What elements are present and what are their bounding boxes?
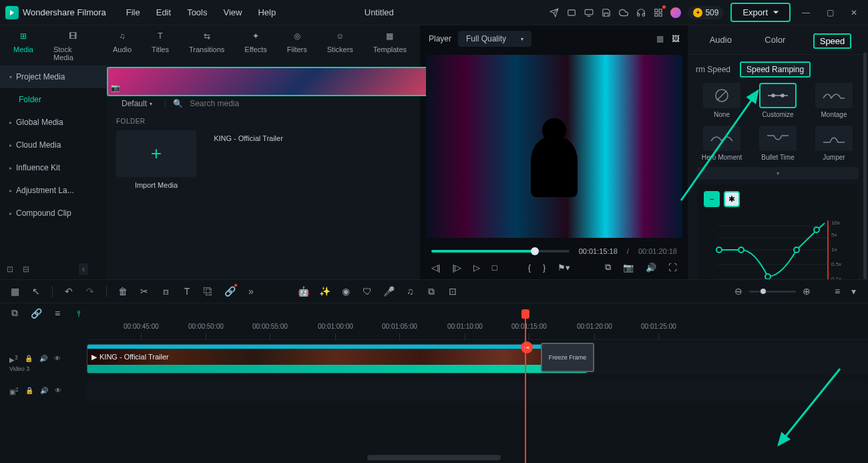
import-media-thumb[interactable]: + Import Media (116, 130, 196, 189)
snapshot-icon[interactable]: 📷 (623, 263, 634, 273)
tab-stickers[interactable]: ☺Stickers (327, 29, 353, 61)
video-preview[interactable] (426, 55, 682, 238)
playhead[interactable] (525, 309, 526, 463)
tl-apps-icon[interactable]: ▦ (9, 286, 20, 297)
mark-out-icon[interactable]: } (543, 263, 546, 273)
apps-icon[interactable] (653, 7, 664, 18)
tl-sub4-icon[interactable]: ⫯ (73, 308, 84, 319)
text-icon[interactable]: T (182, 286, 192, 297)
marker-icon[interactable]: ⚑▾ (558, 263, 570, 273)
sidebar-compound-clip[interactable]: ▸Compound Clip (0, 202, 107, 224)
tab-transitions[interactable]: ⇆Transitions (189, 29, 224, 61)
tab-effects[interactable]: ✦Effects (244, 29, 266, 61)
lock-2-icon[interactable]: 🔒 (25, 387, 33, 394)
sidebar-project-media[interactable]: ▾Project Media (0, 65, 107, 88)
link-icon[interactable]: 🔗 (224, 286, 235, 297)
mute-2-icon[interactable]: 🔊 (40, 387, 48, 394)
menu-file[interactable]: File (126, 7, 140, 17)
enhance-icon[interactable]: ◉ (341, 286, 351, 297)
minimize-button[interactable]: — (801, 8, 811, 17)
preset-customize[interactable]: Customize (753, 83, 803, 119)
stack-icon[interactable]: ⧉ (426, 286, 437, 297)
grid-view-icon[interactable]: ▦ (656, 34, 664, 43)
tab-templates[interactable]: ▦Templates (373, 29, 407, 61)
expand-presets[interactable]: ▾ (697, 167, 859, 179)
collapse-sidebar-icon[interactable]: ‹ (79, 263, 88, 275)
preset-jumper[interactable]: Jumper (809, 126, 859, 162)
mark-in-icon[interactable]: { (528, 263, 531, 273)
tab-audio[interactable]: ♫Audio (113, 29, 132, 61)
maximize-button[interactable]: ▢ (825, 8, 835, 17)
sidebar-influence-kit[interactable]: ▸Influence Kit (0, 156, 107, 179)
video-track-2-icon[interactable]: ▣2 (9, 386, 19, 396)
scrub-bar[interactable] (431, 250, 570, 253)
speed-graph[interactable]: 10x 5x 1x 0.5x 0.1x (704, 212, 852, 286)
compare-icon[interactable]: ⧉ (605, 262, 611, 273)
picture-icon[interactable]: 🖼 (672, 34, 680, 43)
copy-icon[interactable]: ⿻ (203, 286, 214, 297)
delete-icon[interactable]: 🗑 (118, 286, 128, 297)
tab-speed-prop[interactable]: Speed (813, 33, 852, 49)
zoom-out-icon[interactable]: ⊖ (733, 286, 744, 297)
preset-montage[interactable]: Montage (809, 83, 859, 119)
visibility-2-icon[interactable]: 👁 (55, 387, 61, 394)
headphones-icon[interactable] (636, 7, 646, 18)
close-button[interactable]: ✕ (849, 8, 859, 17)
scrub-handle[interactable] (531, 247, 539, 255)
crop-icon[interactable]: ⧈ (160, 286, 171, 297)
cut-icon[interactable]: ✂ (139, 286, 150, 297)
tl-sub3-icon[interactable]: ≡ (52, 308, 63, 319)
play-icon[interactable]: ▷ (473, 263, 480, 273)
redo-icon[interactable]: ↷ (85, 286, 95, 297)
export-button[interactable]: Export (730, 3, 791, 22)
fullscreen-icon[interactable]: ⛶ (668, 263, 677, 273)
stop-icon[interactable]: □ (492, 263, 497, 273)
zoom-handle[interactable] (761, 289, 766, 294)
visibility-icon[interactable]: 👁 (54, 355, 61, 362)
split-marker-icon[interactable]: ✂ (521, 341, 533, 353)
send-icon[interactable] (549, 7, 560, 18)
new-bin-icon[interactable]: ⊟ (23, 265, 29, 274)
screen-icon[interactable] (584, 7, 594, 18)
sort-dropdown[interactable]: Default▾ (116, 96, 158, 111)
list-icon[interactable]: ≡ (832, 286, 843, 297)
generate-icon[interactable]: ✨ (319, 286, 330, 297)
undo-icon[interactable]: ↶ (63, 286, 74, 297)
menu-tools[interactable]: Tools (187, 7, 207, 17)
sidebar-cloud-media[interactable]: ▸Cloud Media (0, 134, 107, 156)
mic-icon[interactable]: 🎤 (383, 286, 394, 297)
sidebar-folder[interactable]: Folder (0, 88, 107, 111)
timeline-clip[interactable]: ▶KING - Official Trailer (87, 344, 588, 373)
lock-icon[interactable]: 🔒 (25, 355, 33, 362)
tl-sub1-icon[interactable]: ⧉ (9, 307, 20, 319)
tab-media[interactable]: ⊞Media (13, 29, 33, 61)
ai-icon[interactable]: 🤖 (298, 286, 308, 297)
avatar-icon[interactable] (670, 7, 681, 18)
tab-audio-prop[interactable]: Audio (704, 33, 737, 49)
tl-pointer-icon[interactable]: ↖ (31, 286, 41, 297)
zoom-slider[interactable] (749, 291, 796, 293)
uniform-speed-tab[interactable]: rm Speed (696, 65, 730, 74)
preset-hero[interactable]: Hero Moment (697, 126, 746, 162)
clip-thumb[interactable]: 00:01:01 📷 ✓ KING - Official Trailer (208, 130, 288, 142)
preset-bullet[interactable]: Bullet Time (753, 126, 803, 162)
right-scrollbar[interactable] (863, 52, 867, 279)
freeze-frame-clip[interactable]: Freeze Frame (541, 343, 594, 372)
prev-frame-icon[interactable]: ◁| (431, 263, 440, 273)
tab-titles[interactable]: TTitles (152, 29, 169, 61)
tab-filters[interactable]: ◎Filters (287, 29, 307, 61)
fit-icon[interactable]: ⊡ (447, 286, 458, 297)
shield-icon[interactable]: 🛡 (362, 286, 373, 297)
add-folder-icon[interactable]: ⊡ (7, 265, 13, 274)
equalizer-icon[interactable]: ♫ (405, 286, 415, 297)
sidebar-adjustment-layer[interactable]: ▸Adjustment La... (0, 179, 107, 202)
quality-dropdown[interactable]: Full Quality▾ (458, 31, 531, 47)
video-track-icon[interactable]: ▶3 (9, 354, 18, 363)
volume-icon[interactable]: 🔊 (646, 263, 656, 273)
save-icon[interactable] (601, 7, 612, 18)
step-back-icon[interactable]: |▷ (452, 263, 461, 273)
cloud-icon[interactable] (618, 7, 629, 18)
tab-stock[interactable]: 🎞Stock Media (53, 29, 93, 61)
tab-color-prop[interactable]: Color (759, 33, 791, 49)
search-input[interactable] (190, 99, 411, 108)
